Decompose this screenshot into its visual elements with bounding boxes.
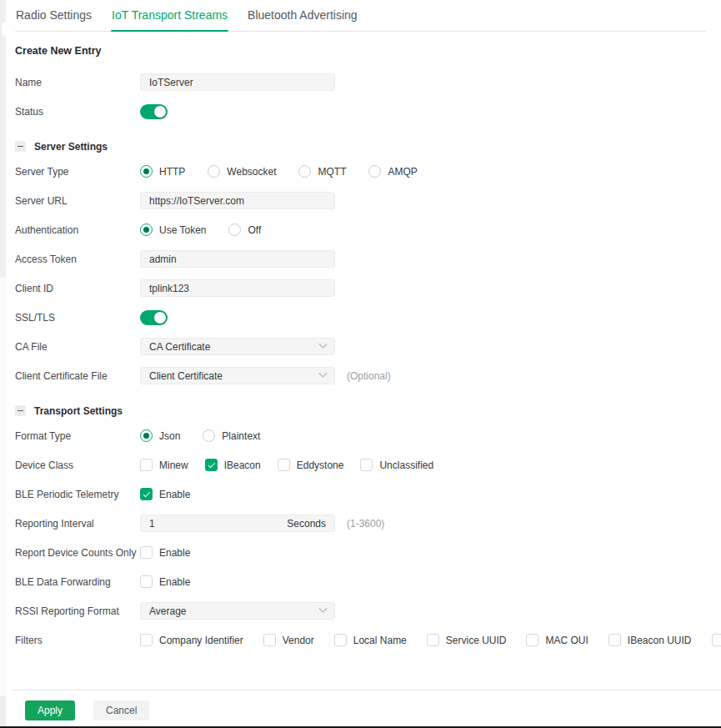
name-label: Name	[15, 77, 140, 88]
server-type-option-http[interactable]: HTTP	[140, 165, 185, 178]
filter-company-identifier[interactable]: Company Identifier	[140, 634, 243, 646]
server-type-label: Server Type	[15, 166, 140, 178]
client-id-label: Client ID	[15, 283, 140, 294]
filter-local-name[interactable]: Local Name	[334, 634, 407, 646]
ble-periodic-telemetry-enable[interactable]: Enable	[140, 488, 190, 500]
radio-icon	[140, 429, 153, 442]
ca-file-label: CA File	[15, 341, 140, 353]
ble-data-forwarding-enable[interactable]: Enable	[140, 575, 190, 588]
checkbox-icon	[263, 634, 276, 646]
authentication-option-off[interactable]: Off	[228, 223, 261, 236]
filter-ibeacon-uuid[interactable]: IBeacon UUID	[608, 634, 692, 646]
report-device-counts-only-label: Report Device Counts Only	[15, 547, 140, 559]
chevron-down-icon	[319, 340, 328, 349]
checkbox-icon	[427, 634, 439, 646]
radio-icon	[140, 165, 153, 178]
tab-radio-settings[interactable]: Radio Settings	[15, 8, 93, 31]
checkbox-icon	[334, 634, 347, 646]
radio-icon	[298, 165, 311, 178]
device-class-option-unclassified[interactable]: Unclassified	[360, 459, 433, 471]
transport-settings-collapse-icon[interactable]	[15, 405, 26, 416]
radio-icon	[203, 429, 215, 442]
device-class-option-ibeacon[interactable]: IBeacon	[205, 459, 261, 471]
name-input[interactable]	[140, 73, 335, 91]
format-type-label: Format Type	[15, 430, 140, 442]
page-title: Create New Entry	[15, 45, 706, 57]
device-class-option-minew[interactable]: Minew	[140, 459, 188, 471]
ssl-tls-label: SSL/TLS	[15, 312, 140, 324]
reporting-interval-input[interactable]	[149, 518, 287, 530]
radio-icon	[368, 165, 381, 178]
filters-label: Filters	[15, 635, 140, 646]
checkbox-icon	[140, 575, 153, 588]
check-icon	[143, 490, 150, 496]
apply-button[interactable]: Apply	[25, 700, 75, 720]
check-icon	[208, 460, 214, 467]
rssi-reporting-format-select[interactable]: Average	[140, 602, 335, 620]
iot-transport-streams-page: Radio Settings IoT Transport Streams Blu…	[0, 0, 721, 720]
tab-iot-transport-streams[interactable]: IoT Transport Streams	[111, 8, 228, 31]
radio-icon	[140, 223, 153, 236]
checkbox-icon	[278, 459, 290, 471]
checkbox-icon	[140, 546, 153, 559]
server-type-option-websocket[interactable]: Websocket	[208, 165, 276, 178]
radio-icon	[228, 223, 241, 236]
reporting-interval-label: Reporting Interval	[15, 518, 140, 530]
authentication-option-use-token[interactable]: Use Token	[140, 223, 206, 236]
action-buttons: Apply Cancel	[25, 700, 706, 720]
seconds-suffix: Seconds	[287, 518, 326, 530]
filter-service-uuid[interactable]: Service UUID	[427, 634, 507, 646]
filter-mac-oui[interactable]: MAC OUI	[526, 634, 588, 646]
ca-file-select[interactable]: CA Certificate	[140, 338, 335, 355]
tab-bar: Radio Settings IoT Transport Streams Blu…	[15, 0, 706, 32]
server-type-option-mqtt[interactable]: MQTT	[298, 165, 346, 178]
server-url-label: Server URL	[15, 195, 140, 207]
optional-note: (Optional)	[347, 370, 391, 382]
cancel-button[interactable]: Cancel	[93, 700, 149, 720]
client-certificate-file-label: Client Certificate File	[15, 370, 140, 382]
checkbox-icon	[140, 634, 153, 646]
rssi-reporting-format-label: RSSI Reporting Format	[15, 605, 140, 617]
checkbox-checked-icon	[140, 488, 153, 500]
format-type-option-json[interactable]: Json	[140, 429, 180, 442]
authentication-label: Authentication	[15, 224, 140, 236]
checkbox-icon	[526, 634, 538, 646]
tab-bluetooth-advertising[interactable]: Bluetooth Advertising	[247, 8, 358, 31]
format-type-option-plaintext[interactable]: Plaintext	[203, 429, 260, 442]
server-url-input[interactable]	[140, 192, 335, 209]
checkbox-icon	[360, 459, 373, 471]
ble-data-forwarding-label: BLE Data Forwarding	[15, 576, 140, 588]
access-token-label: Access Token	[15, 254, 140, 265]
status-toggle[interactable]	[140, 104, 168, 119]
radio-icon	[208, 165, 220, 178]
transport-settings-title: Transport Settings	[34, 405, 123, 417]
ssl-tls-toggle[interactable]	[140, 310, 168, 325]
range-hint: (1-3600)	[347, 518, 384, 530]
chevron-down-icon	[319, 605, 328, 613]
server-type-option-amqp[interactable]: AMQP	[368, 165, 417, 178]
checkbox-icon	[140, 459, 153, 471]
report-device-counts-only-enable[interactable]: Enable	[140, 546, 190, 559]
filter-vendor[interactable]: Vendor	[263, 634, 314, 646]
ble-periodic-telemetry-label: BLE Periodic Telemetry	[15, 489, 140, 500]
client-certificate-file-select[interactable]: Client Certificate	[140, 367, 335, 384]
device-class-label: Device Class	[15, 459, 140, 471]
checkbox-icon	[712, 634, 721, 646]
status-label: Status	[15, 106, 140, 118]
footer-divider	[12, 690, 721, 690]
checkbox-checked-icon	[205, 459, 218, 471]
server-settings-collapse-icon[interactable]	[15, 141, 26, 152]
client-id-input[interactable]	[140, 279, 335, 297]
checkbox-icon	[608, 634, 621, 646]
chevron-down-icon	[319, 369, 328, 378]
filter-uid[interactable]: UID	[712, 634, 721, 646]
reporting-interval-field: Seconds	[140, 515, 335, 532]
access-token-input[interactable]	[140, 250, 335, 268]
server-settings-title: Server Settings	[34, 141, 108, 153]
device-class-option-eddystone[interactable]: Eddystone	[278, 459, 344, 471]
